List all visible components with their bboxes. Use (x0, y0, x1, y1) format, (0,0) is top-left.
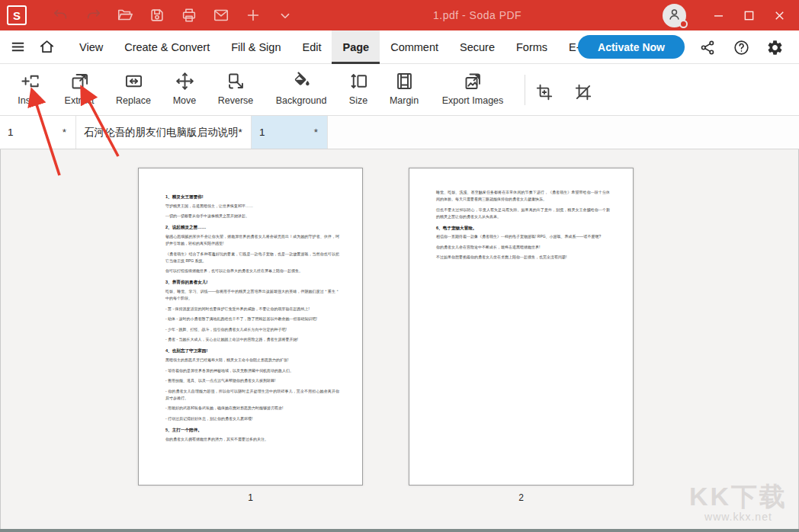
page-paragraph: - 用最好的武器和装备武装她，确保她在面对邪恶势力时能够游刃有余! (165, 405, 339, 412)
document-tab-2[interactable]: 石河伦吾的朋友们电脑版启动说明* (76, 116, 252, 149)
page-paragraph: 你的勇者女儿拥有拯救世界的潜力，其实不需要过多的关注。 (165, 436, 339, 443)
page-paragraph: - 行动过后记得好好休息，别让你的勇者女儿累坏喽! (165, 415, 339, 422)
activate-now-button[interactable]: Activate Now (578, 35, 685, 59)
page-paragraph: 但也不要太过掉以轻心，毕竟人有失足马有失蹄。如果真的出了意外，别慌，精灵女王会赐… (436, 207, 610, 220)
export-images-icon (463, 71, 483, 91)
hamburger-menu-icon[interactable] (6, 36, 29, 59)
reverse-button[interactable]: Reverse (201, 71, 270, 106)
tool-label: Insert (18, 95, 41, 106)
home-icon[interactable] (35, 36, 58, 59)
page-heading: 4、也别忘了守卫家园! (165, 348, 339, 354)
maximize-button[interactable] (733, 0, 764, 30)
redo-icon[interactable] (84, 6, 102, 24)
replace-pages-icon (124, 71, 144, 91)
help-icon[interactable] (730, 36, 752, 59)
page-paragraph: - 幼体 - 这时的小勇者除了满地乱跑啥也干不了，除了照顾起居以外教会她一些基础… (165, 316, 339, 322)
notification-dot (679, 20, 688, 28)
tool-label: Export Images (442, 95, 504, 106)
document-tab-1[interactable]: 1* (0, 116, 76, 149)
close-button[interactable] (764, 0, 794, 30)
document-tab-3[interactable]: 1* (252, 116, 328, 149)
window-title: 1.pdf - Soda PDF (433, 0, 521, 30)
page-heading: 6、电子宠物大冒险。 (436, 225, 610, 232)
tool-label: Replace (116, 95, 151, 106)
tool-label: Margin (390, 95, 419, 106)
pdf-page-2[interactable]: 睡觉、吃饭、洗澡、甚至触发任务都将在非常休闲的节奏下进行，《勇者萌生》希望带给你… (409, 168, 634, 486)
menubar-right-icons (691, 30, 791, 64)
print-icon[interactable] (180, 6, 198, 24)
page-paragraph: - 苗 - 保持温度适宜的同时也要保护它免受外界的威胁，不要让你的萌芽输在起跑线… (165, 306, 339, 312)
menu-item-comment[interactable]: Comment (380, 30, 449, 64)
page-number-label: 2 (409, 492, 634, 503)
add-icon[interactable] (244, 6, 262, 24)
background-icon (291, 71, 312, 91)
page-paragraph: - 你的勇者女儿自理能力超强，所以你可以随时走开处理生活中的琐碎事儿，完全不用担… (165, 388, 339, 402)
tool-label: Background (276, 95, 327, 106)
page-margin-icon (394, 71, 415, 91)
tool-label: Extract (65, 95, 95, 106)
watermark: KK下载 www.kkx.net (689, 482, 788, 523)
menu-item-create-convert[interactable]: Create & Convert (114, 30, 220, 64)
page-paragraph: 不过如果你想要抱着你的勇者女儿坐在桌面上陪你一起摸鱼，也完全没有问题! (436, 254, 610, 261)
page-paragraph: 你的勇者女儿会在冒险途中不断成长，最终击退黑暗拯救世界! (436, 244, 610, 251)
minimize-button[interactable] (703, 0, 733, 30)
page-paragraph: - 善用技能、道具、以及一点点运气来帮助你的勇者女儿披荆斩棘! (165, 377, 339, 384)
titlebar: S 1.pdf - Soda PDF (0, 0, 799, 30)
pdf-page-1[interactable]: 1、精灵女王需要你!守护精灵王国，击退黑暗领主，让世界恢复和平……一切的一切都要… (138, 168, 363, 486)
menu-item-fill-sign[interactable]: Fill & Sign (220, 30, 291, 64)
tab-label: 1 (8, 127, 14, 138)
tab-modified-indicator: * (63, 127, 66, 138)
titlebar-right (663, 0, 794, 30)
settings-gear-icon[interactable] (763, 36, 786, 59)
toolbar-divider (525, 75, 525, 105)
menu-item-view[interactable]: View (69, 30, 114, 64)
page-paragraph: 守护精灵王国，击退黑暗领主，让世界恢复和平…… (165, 203, 339, 210)
share-icon[interactable] (696, 36, 719, 59)
menu-items: ViewCreate & ConvertFill & SignEditPageC… (69, 30, 607, 64)
page-paragraph: - 少年 - 跳舞、打怪、战斗，指引你的勇者女儿成长方向中注定的种子吧! (165, 326, 339, 333)
page-heading: 5、主打一个陪伴。 (165, 427, 339, 434)
export-images-button[interactable]: Export Images (438, 71, 507, 106)
reverse-pages-icon (226, 71, 246, 91)
tool-label: Size (349, 95, 367, 106)
page-paragraph: 一切的一切都要从你手中这株精灵之苗开始讲起。 (165, 213, 339, 220)
soda-pdf-logo[interactable]: S (7, 5, 27, 25)
insert-pages-icon (20, 71, 40, 91)
menu-item-page[interactable]: Page (332, 30, 380, 64)
menu-item-forms[interactable]: Forms (505, 30, 558, 64)
menu-item-edit[interactable]: Edit (291, 30, 332, 64)
user-account-button[interactable] (663, 4, 686, 27)
page-paragraph: - 勇者 - 当她长大成人，安心去让她踏上命运中的冒险之路，勇者生涯将要开始! (165, 336, 339, 343)
open-file-icon[interactable] (116, 6, 134, 24)
crop-add-icon[interactable] (531, 79, 557, 105)
page-paragraph: 相信你一直期待着一款像《勇者萌生》一样的电子宠物游戏! RPG、小游戏、养成系—… (436, 233, 610, 240)
window-bottom-border (0, 529, 799, 532)
undo-icon[interactable] (52, 6, 70, 24)
menu-item-secure[interactable]: Secure (449, 30, 505, 64)
watermark-url: www.kkx.net (689, 511, 788, 523)
quick-access-toolbar (45, 6, 301, 24)
crop-slash-icon[interactable] (570, 79, 596, 105)
watermark-title: KK下载 (689, 482, 788, 511)
tab-label: 1 (259, 127, 265, 138)
page-paragraph: - 等待着你的是异世界各异的神秘地域，以及无数潜藏中伺机而动的敌人们。 (165, 367, 339, 374)
document-tabbar: 1*石河伦吾的朋友们电脑版启动说明*1* (0, 116, 799, 149)
document-canvas: KK下载 www.kkx.net 1、精灵女王需要你!守护精灵王国，击退黑暗领主… (0, 149, 799, 529)
page-heading: 3、养育你的勇者女儿! (165, 279, 339, 286)
logo-letter: S (13, 9, 21, 22)
page-paragraph: 敏感心思细腻的家伙不会让你失望，拯救异世界的勇者女儿将会破壳而出！成为她的守护者… (165, 233, 339, 247)
page-toolbar: InsertExtractReplaceMoveReverseBackgroun… (0, 64, 799, 116)
page-heading: 1、精灵女王需要你! (165, 194, 339, 200)
page-number-label: 1 (138, 492, 363, 503)
email-icon[interactable] (212, 6, 230, 24)
tab-label: 石河伦吾的朋友们电脑版启动说明* (84, 126, 242, 139)
tab-modified-indicator: * (314, 127, 318, 138)
page-paragraph: 《勇者萌生》结合了多种有趣好玩的要素，它既是一款电子宠物，也是一款放置游戏，当然… (165, 251, 339, 264)
chevron-down-icon[interactable] (276, 6, 294, 24)
soda-pdf-window: { "titlebar": { "logo_letter": "S", "tit… (0, 0, 799, 532)
margin-button[interactable]: Margin (370, 71, 438, 106)
save-icon[interactable] (148, 6, 166, 24)
move-pages-icon (175, 71, 195, 91)
tool-label: Reverse (218, 95, 254, 106)
page-heading: 2、说起精灵之苗…… (165, 224, 339, 231)
